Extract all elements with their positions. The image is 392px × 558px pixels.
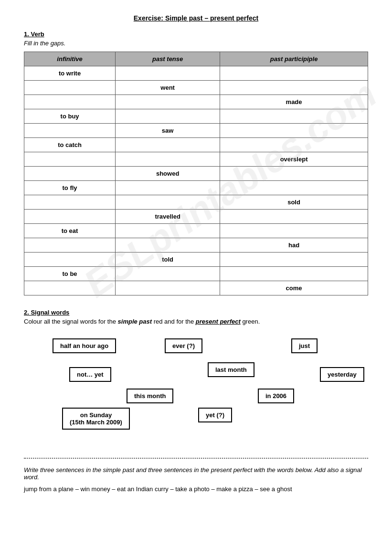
table-cell: to write [24, 66, 116, 81]
instruction-suffix: green. [241, 318, 260, 325]
table-cell: overslept [220, 152, 368, 167]
table-cell [24, 81, 116, 95]
table-cell: to eat [24, 224, 116, 238]
table-cell [24, 195, 116, 210]
bottom-instruction: Write three sentences in the simple past… [24, 466, 368, 481]
section1: 1. Verb Fill in the gaps. infinitive pas… [24, 31, 368, 295]
col-header-past-participle: past participiple [220, 52, 368, 66]
signal-word-box: half an hour ago [53, 338, 116, 353]
signal-word-box: this month [127, 389, 173, 403]
instruction-middle: red and for the [152, 318, 196, 325]
table-cell [116, 224, 220, 238]
col-header-past-tense: past tense [116, 52, 220, 66]
table-cell: travelled [116, 210, 220, 224]
section1-heading: 1. Verb [24, 31, 368, 38]
table-cell [220, 210, 368, 224]
signal-word-box: just [291, 338, 318, 353]
table-cell: had [220, 238, 368, 253]
signal-word-box: yet (?) [198, 408, 232, 422]
table-cell [116, 95, 220, 109]
table-cell [24, 238, 116, 253]
table-cell [116, 181, 220, 195]
table-cell [220, 167, 368, 181]
table-cell [116, 109, 220, 124]
present-perfect-label: present perfect [196, 318, 241, 325]
table-cell: to buy [24, 109, 116, 124]
signal-word-box: in 2006 [258, 389, 294, 403]
table-cell: made [220, 95, 368, 109]
table-cell [220, 267, 368, 281]
table-cell: showed [116, 167, 220, 181]
signal-word-box: not… yet [69, 367, 111, 382]
signal-word-box: on Sunday (15th March 2009) [62, 408, 130, 430]
section1-subtitle: Fill in the gaps. [24, 40, 368, 47]
separator [24, 458, 368, 459]
table-cell [24, 210, 116, 224]
table-cell [220, 138, 368, 152]
colour-instruction: Colour all the signal words for the simp… [24, 318, 368, 325]
table-cell [116, 152, 220, 167]
table-cell: sold [220, 195, 368, 210]
table-cell: come [220, 281, 368, 295]
word-list: jump from a plane – win money – eat an I… [24, 485, 368, 493]
table-cell: to catch [24, 138, 116, 152]
table-cell: to be [24, 267, 116, 281]
table-cell [116, 238, 220, 253]
table-cell [24, 167, 116, 181]
table-cell: to fly [24, 181, 116, 195]
page-title: Exercise: Simple past – present perfect [24, 14, 368, 22]
table-cell [116, 195, 220, 210]
table-cell [220, 224, 368, 238]
table-cell: went [116, 81, 220, 95]
col-header-infinitive: infinitive [24, 52, 116, 66]
table-cell [220, 253, 368, 267]
verb-table: infinitive past tense past participiple … [24, 52, 368, 295]
simple-past-label: simple past [118, 318, 152, 325]
section2-heading: 2. Signal words [24, 309, 368, 316]
table-cell [24, 95, 116, 109]
signal-words-area: half an hour agoever (?)justnot… yetlast… [24, 334, 368, 448]
table-cell [116, 281, 220, 295]
section2: 2. Signal words Colour all the signal wo… [24, 309, 368, 448]
table-cell [24, 124, 116, 138]
signal-word-box: ever (?) [165, 338, 202, 353]
signal-word-box: yesterday [320, 367, 364, 382]
table-cell [24, 281, 116, 295]
table-cell [116, 138, 220, 152]
table-cell [116, 66, 220, 81]
table-cell [220, 181, 368, 195]
table-cell [220, 124, 368, 138]
table-cell [24, 152, 116, 167]
table-cell: told [116, 253, 220, 267]
table-cell [116, 267, 220, 281]
table-cell: saw [116, 124, 220, 138]
bottom-section: Write three sentences in the simple past… [24, 466, 368, 493]
signal-word-box: last month [208, 362, 254, 377]
instruction-prefix: Colour all the signal words for the [24, 318, 118, 325]
table-cell [220, 109, 368, 124]
table-cell [220, 66, 368, 81]
table-cell [24, 253, 116, 267]
table-cell [220, 81, 368, 95]
